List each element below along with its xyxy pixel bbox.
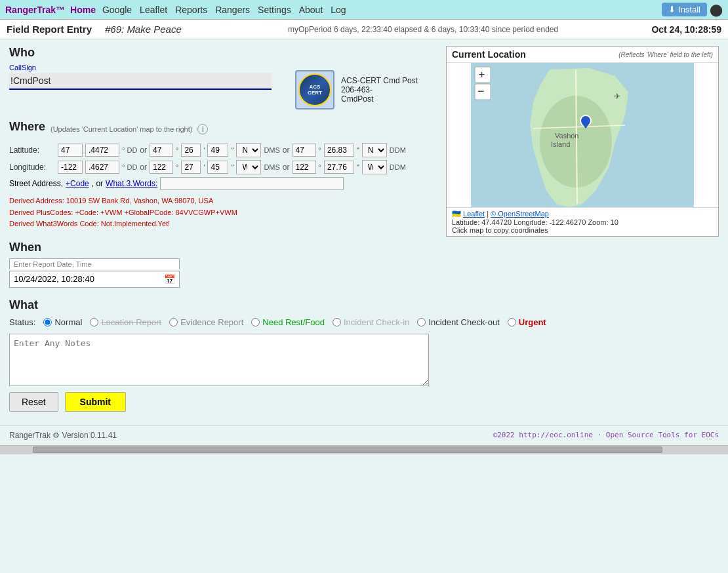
current-datetime: Oct 24, 10:28:59 xyxy=(651,24,721,35)
svg-text:−: − xyxy=(477,85,485,98)
lat-ddm-deg[interactable] xyxy=(293,144,316,157)
lat-dd-or: or xyxy=(140,146,147,155)
map-zoom-display: Zoom: 10 xyxy=(588,218,618,226)
ukraine-flag: 🇺🇦 xyxy=(452,210,461,218)
where-note: (Updates 'Current Location' map to the r… xyxy=(51,125,192,133)
status-location-option[interactable]: Location Report xyxy=(90,317,161,327)
nav-settings[interactable]: Settings xyxy=(258,5,291,15)
status-checkin-radio[interactable] xyxy=(333,318,341,326)
status-evidence-label: Evidence Report xyxy=(180,317,243,327)
status-checkout-option[interactable]: Incident Check-out xyxy=(417,317,499,327)
install-label: Install xyxy=(678,5,700,14)
when-section-title: When xyxy=(9,241,435,254)
lat-dd-dec[interactable] xyxy=(85,144,119,157)
nav-leaflet[interactable]: Leaflet xyxy=(140,5,167,15)
w3w-link[interactable]: What.3.Words: xyxy=(106,179,157,188)
status-rest-radio[interactable] xyxy=(251,318,260,326)
datetime-field-label: Enter Report Date, Time xyxy=(9,258,180,269)
nav-log[interactable]: Log xyxy=(331,5,346,15)
callsign-label: CallSign xyxy=(9,64,272,71)
street-input[interactable] xyxy=(160,177,344,190)
install-button[interactable]: ⬇ Install xyxy=(662,3,707,16)
what-section-title: What xyxy=(9,298,719,312)
lon-dms-dir[interactable]: WE xyxy=(236,160,261,174)
status-rest-option[interactable]: Need Rest/Food xyxy=(251,317,325,327)
map-lat-display: Latitude: 47.44720 xyxy=(452,218,512,226)
status-checkin-option[interactable]: Incident Check-in xyxy=(333,317,409,327)
lon-dd-unit: ° DD xyxy=(122,163,137,171)
map-reflects: (Reflects 'Where' field to the left) xyxy=(618,51,713,58)
status-normal-option[interactable]: Normal xyxy=(43,317,82,327)
status-location-radio[interactable] xyxy=(90,318,98,326)
status-evidence-option[interactable]: Evidence Report xyxy=(169,317,243,327)
install-arrow-icon: ⬇ xyxy=(668,5,676,14)
nav-reports[interactable]: Reports xyxy=(175,5,207,15)
status-checkin-label: Incident Check-in xyxy=(344,317,409,327)
nav-about[interactable]: About xyxy=(299,5,323,15)
org-name: ACS-CERT Cmd Post xyxy=(341,76,418,85)
github-icon[interactable]: ⬤ xyxy=(710,3,723,17)
plus-code-link[interactable]: +Code xyxy=(66,179,89,188)
lon-ddm-deg[interactable] xyxy=(293,161,316,174)
street-or: , or xyxy=(92,179,103,188)
lat-label: Latitude: xyxy=(9,146,55,155)
svg-text:✈: ✈ xyxy=(614,92,620,101)
lon-ddm-dir[interactable]: WE xyxy=(362,160,387,174)
leaflet-link[interactable]: Leaflet xyxy=(463,210,485,218)
lat-dms-dir[interactable]: NS xyxy=(236,143,261,157)
svg-text:+: + xyxy=(479,69,485,80)
datetime-input[interactable] xyxy=(14,274,164,284)
svg-text:Island: Island xyxy=(551,140,570,148)
status-urgent-option[interactable]: Urgent xyxy=(508,317,546,327)
status-location-label: Location Report xyxy=(101,317,161,327)
derived-w3w: Derived What3Words Code: Not.Implemented… xyxy=(9,218,435,230)
status-normal-radio[interactable] xyxy=(43,318,52,326)
op-name: #69: Make Peace xyxy=(105,24,182,35)
lat-dms-deg[interactable] xyxy=(150,144,173,157)
lat-dd-deg[interactable] xyxy=(58,144,83,157)
lat-dms-min[interactable] xyxy=(181,144,201,157)
lat-ddm-dir[interactable]: NS xyxy=(362,143,387,157)
osm-link[interactable]: © OpenStreetMap xyxy=(491,210,549,218)
org-badge: ACSCERT xyxy=(295,70,334,109)
status-urgent-radio[interactable] xyxy=(508,318,516,326)
status-label: Status: xyxy=(9,317,35,327)
copyright-text: ©2022 http://eoc.online · Open Source To… xyxy=(493,431,719,439)
status-checkout-label: Incident Check-out xyxy=(428,317,499,327)
map-visual[interactable]: Vashon Island ✈ + − xyxy=(447,63,718,207)
calendar-icon[interactable]: 📅 xyxy=(164,274,175,285)
where-section-title: Where xyxy=(9,120,45,134)
info-icon[interactable]: i xyxy=(197,124,208,134)
horizontal-scrollbar[interactable] xyxy=(33,446,662,453)
status-urgent-label: Urgent xyxy=(519,317,546,327)
map-click-hint: Click map to copy coordinates xyxy=(452,226,548,234)
submit-button[interactable]: Submit xyxy=(65,392,126,412)
status-checkout-radio[interactable] xyxy=(417,318,426,326)
lon-dms-deg[interactable] xyxy=(150,161,173,174)
status-rest-label: Need Rest/Food xyxy=(262,317,325,327)
status-normal-label: Normal xyxy=(54,317,82,327)
lon-dd-deg[interactable] xyxy=(58,161,83,174)
lat-ddm-min[interactable] xyxy=(324,144,354,157)
lon-dms-min[interactable] xyxy=(181,161,201,174)
nav-rangers[interactable]: Rangers xyxy=(215,5,250,15)
lat-dms-sec[interactable] xyxy=(207,144,228,157)
op-info: myOpPeriod 6 days, 22:33:40 elapsed & 6 … xyxy=(195,25,652,34)
svg-text:Vashon: Vashon xyxy=(555,132,579,140)
callsign-input[interactable] xyxy=(9,73,272,90)
nav-home[interactable]: Home xyxy=(70,5,96,15)
status-evidence-radio[interactable] xyxy=(169,318,178,326)
derived-info: Derived Address: 10019 SW Bank Rd, Vasho… xyxy=(9,195,435,230)
who-section-title: Who xyxy=(9,46,435,60)
org-phone: 206-463- xyxy=(341,85,418,94)
org-info: ACS-CERT Cmd Post 206-463- CmdPost xyxy=(341,76,418,104)
derived-plus: Derived PlusCodes: +Code: +VWM +GlobalPC… xyxy=(9,207,435,219)
lon-dms-sec[interactable] xyxy=(207,161,228,174)
lon-ddm-min[interactable] xyxy=(324,161,354,174)
page-title: Field Report Entry xyxy=(7,24,92,35)
lon-dd-dec[interactable] xyxy=(85,161,119,174)
reset-button[interactable]: Reset xyxy=(9,392,58,412)
lat-dd-unit: ° DD xyxy=(122,146,137,154)
notes-textarea[interactable] xyxy=(9,334,429,386)
nav-google[interactable]: Google xyxy=(102,5,132,15)
